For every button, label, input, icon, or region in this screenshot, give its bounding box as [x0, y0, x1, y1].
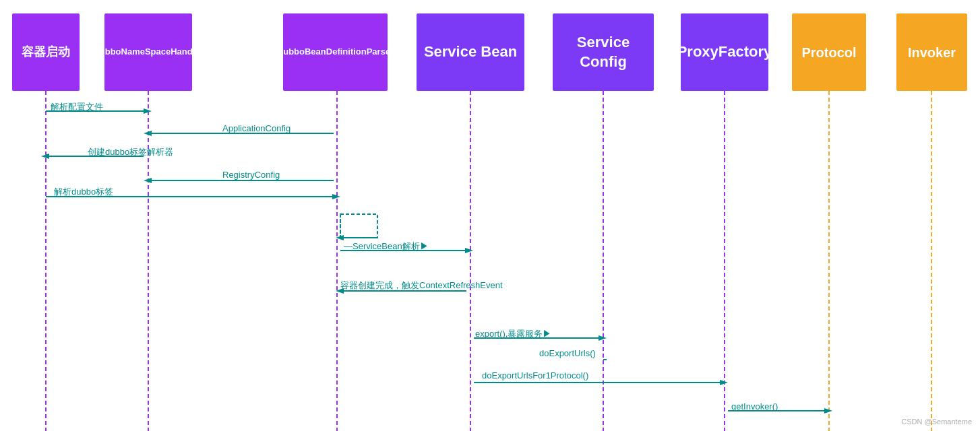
svg-rect-18	[340, 214, 377, 238]
svg-marker-15	[144, 178, 152, 183]
actor-dubbo-namespace-handler: DubboNameSpaceHandler	[104, 13, 192, 91]
svg-marker-27	[599, 335, 607, 341]
actor-container-start: 容器启动	[12, 13, 80, 91]
msg-label-6: —ServiceBean解析▶	[344, 240, 429, 253]
diagram-container: 容器启动 DubboNameSpaceHandler DubboBeanDefi…	[0, 0, 980, 431]
svg-marker-11	[144, 131, 152, 136]
msg-label-9: doExportUrls()	[539, 348, 596, 358]
actor-invoker: Invoker	[896, 13, 967, 91]
msg-label-4: RegistryConfig	[222, 170, 280, 180]
actor-protocol: Protocol	[792, 13, 866, 91]
msg-label-10: doExportUrlsFor1Protocol()	[482, 370, 588, 380]
svg-marker-23	[465, 248, 473, 253]
msg-label-7: 容器创建完成，触发ContextRefreshEvent	[340, 279, 503, 292]
msg-label-11: getInvoker()	[731, 401, 778, 411]
msg-label-3: 创建dubbo标签解析器	[88, 146, 173, 158]
svg-marker-30	[720, 380, 728, 385]
msg-label-8: export(),暴露服务▶	[475, 328, 551, 340]
svg-marker-9	[144, 108, 152, 114]
svg-marker-21	[336, 235, 344, 240]
svg-marker-13	[41, 154, 49, 159]
msg-label-2: ApplicationConfig	[222, 123, 290, 133]
actor-dubbo-bean-definition-parser: DubboBeanDefinitionParser	[283, 13, 388, 91]
msg-label-1: 解析配置文件	[51, 101, 103, 113]
actor-service-config: Service Config	[553, 13, 654, 91]
actor-proxy-factory: ProxyFactory	[681, 13, 768, 91]
actor-service-bean: Service Bean	[417, 13, 524, 91]
msg-label-5: 解析dubbo标签	[54, 186, 113, 198]
svg-marker-32	[824, 408, 832, 413]
watermark: CSDN @Semanteme	[901, 418, 972, 426]
svg-marker-17	[332, 194, 340, 199]
